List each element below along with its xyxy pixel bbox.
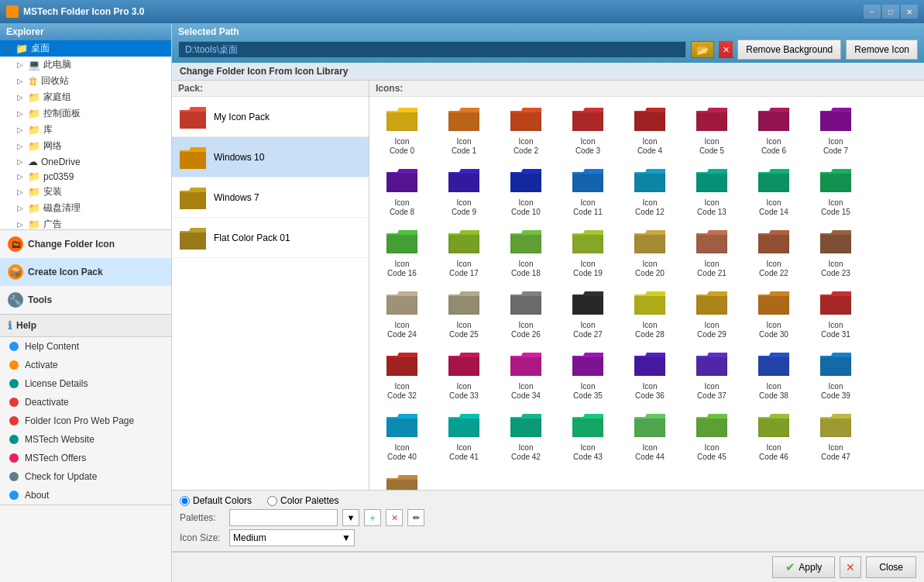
close-x-button[interactable]: ✕ bbox=[840, 556, 861, 578]
icon-item[interactable]: Icon Code 18 bbox=[495, 221, 557, 282]
icon-item[interactable]: Icon Code 43 bbox=[557, 405, 619, 466]
apply-button[interactable]: ✔ Apply bbox=[772, 556, 835, 578]
palettes-dropdown-btn[interactable]: ▼ bbox=[342, 509, 359, 526]
nav-create-icon-pack[interactable]: 📦 Create Icon Pack bbox=[0, 258, 171, 286]
pack-list[interactable]: Pack: My Icon Pack Windows 1 bbox=[172, 81, 369, 490]
help-item-content[interactable]: Help Content bbox=[0, 337, 171, 356]
help-item-activate[interactable]: Activate bbox=[0, 356, 171, 374]
icon-item[interactable]: Icon Code 14 bbox=[743, 160, 805, 221]
icon-item[interactable]: Icon Code 22 bbox=[743, 221, 805, 282]
pack-item-win7[interactable]: Windows 7 bbox=[172, 177, 369, 218]
icon-item[interactable]: Icon Code 1 bbox=[433, 98, 495, 160]
radio-color-palettes[interactable]: Color Palettes bbox=[267, 495, 338, 506]
icon-item[interactable]: Icon Code 29 bbox=[681, 282, 743, 343]
close-button[interactable]: ✕ bbox=[901, 5, 918, 19]
palettes-add-btn[interactable]: + bbox=[364, 509, 381, 526]
icon-item[interactable]: Icon Code 40 bbox=[371, 405, 433, 466]
icon-item[interactable]: Icon Code 48 bbox=[371, 466, 433, 490]
icon-item[interactable]: Icon Code 24 bbox=[371, 282, 433, 343]
icon-item[interactable]: Icon Code 20 bbox=[619, 221, 681, 282]
help-item-deactivate[interactable]: Deactivate bbox=[0, 393, 171, 412]
remove-x-button[interactable]: ✕ bbox=[719, 41, 733, 58]
icon-item[interactable]: Icon Code 5 bbox=[681, 98, 743, 160]
icon-item[interactable]: Icon Code 44 bbox=[619, 405, 681, 466]
icon-item[interactable]: Icon Code 32 bbox=[371, 343, 433, 405]
tree-item-library[interactable]: ▷ 📁 库 bbox=[12, 122, 171, 138]
help-item-update[interactable]: Check for Update bbox=[0, 467, 171, 486]
icon-item[interactable]: Icon Code 34 bbox=[495, 343, 557, 405]
icon-item[interactable]: Icon Code 11 bbox=[557, 160, 619, 221]
icon-item[interactable]: Icon Code 21 bbox=[681, 221, 743, 282]
tree-item-homegroup[interactable]: ▷ 📁 家庭组 bbox=[12, 89, 171, 105]
icon-item[interactable]: Icon Code 36 bbox=[619, 343, 681, 405]
radio-color-palettes-input[interactable] bbox=[267, 496, 277, 506]
icon-item[interactable]: Icon Code 45 bbox=[681, 405, 743, 466]
icon-item[interactable]: Icon Code 8 bbox=[371, 160, 433, 221]
icon-item[interactable]: Icon Code 28 bbox=[619, 282, 681, 343]
remove-icon-button[interactable]: Remove Icon bbox=[846, 40, 918, 60]
icon-item[interactable]: Icon Code 33 bbox=[433, 343, 495, 405]
icon-item[interactable]: Icon Code 19 bbox=[557, 221, 619, 282]
icon-item[interactable]: Icon Code 12 bbox=[619, 160, 681, 221]
icon-item[interactable]: Icon Code 0 bbox=[371, 98, 433, 160]
icon-item[interactable]: Icon Code 23 bbox=[805, 221, 867, 282]
tree-item-recycle[interactable]: ▷ 🗑 回收站 bbox=[12, 73, 171, 89]
nav-change-folder-icon[interactable]: 🗂 Change Folder Icon bbox=[0, 230, 171, 258]
tree-item-desktop[interactable]: ▼ 📁 桌面 bbox=[0, 40, 171, 57]
icon-item[interactable]: Icon Code 15 bbox=[805, 160, 867, 221]
tree-item-install[interactable]: ▷ 📁 安装 bbox=[12, 184, 171, 200]
icon-item[interactable]: Icon Code 30 bbox=[743, 282, 805, 343]
icon-item[interactable]: Icon Code 35 bbox=[557, 343, 619, 405]
tree-item-network[interactable]: ▷ 📁 网络 bbox=[12, 138, 171, 154]
icon-item[interactable]: Icon Code 37 bbox=[681, 343, 743, 405]
tree-item-pc0359[interactable]: ▷ 📁 pc0359 bbox=[12, 169, 171, 184]
icon-item[interactable]: Icon Code 26 bbox=[495, 282, 557, 343]
pack-item-win10[interactable]: Windows 10 bbox=[172, 137, 369, 177]
icon-item[interactable]: Icon Code 9 bbox=[433, 160, 495, 221]
tree-item-ads[interactable]: ▷ 📁 广告 bbox=[12, 216, 171, 230]
icon-item[interactable]: Icon Code 4 bbox=[619, 98, 681, 160]
icon-item[interactable]: Icon Code 13 bbox=[681, 160, 743, 221]
icon-size-select[interactable]: Medium ▼ bbox=[229, 529, 355, 546]
icon-item[interactable]: Icon Code 17 bbox=[433, 221, 495, 282]
icon-item[interactable]: Icon Code 41 bbox=[433, 405, 495, 466]
browse-button[interactable]: 📂 bbox=[691, 41, 714, 58]
help-item-mstech[interactable]: MSTech Website bbox=[0, 430, 171, 449]
tree-item-onedrive[interactable]: ▷ ☁ OneDrive bbox=[12, 154, 171, 169]
icon-item[interactable]: Icon Code 46 bbox=[743, 405, 805, 466]
tree-item-controlpanel[interactable]: ▷ 📁 控制面板 bbox=[12, 105, 171, 122]
icon-item[interactable]: Icon Code 2 bbox=[495, 98, 557, 160]
icon-item[interactable]: Icon Code 38 bbox=[743, 343, 805, 405]
help-item-license[interactable]: License Details bbox=[0, 374, 171, 393]
nav-tools[interactable]: 🔧 Tools bbox=[0, 286, 171, 314]
icon-item[interactable]: Icon Code 16 bbox=[371, 221, 433, 282]
help-item-offers[interactable]: MSTech Offers bbox=[0, 449, 171, 467]
icon-item[interactable]: Icon Code 47 bbox=[805, 405, 867, 466]
minimize-button[interactable]: − bbox=[864, 5, 881, 19]
icons-grid-container[interactable]: Icon Code 0 Icon Code 1 Icon Code 2 Icon… bbox=[369, 97, 924, 490]
path-display[interactable]: D:\tools\桌面 bbox=[178, 41, 686, 58]
help-item-webpage[interactable]: Folder Icon Pro Web Page bbox=[0, 412, 171, 430]
close-button[interactable]: Close bbox=[866, 556, 916, 578]
palettes-remove-btn[interactable]: ✕ bbox=[386, 509, 403, 526]
file-tree[interactable]: ▼ 📁 桌面 ▷ 💻 此电脑 ▷ 🗑 回收站 ▷ 📁 家庭组 bbox=[0, 40, 171, 230]
remove-bg-button[interactable]: Remove Background bbox=[737, 40, 841, 60]
icon-item[interactable]: Icon Code 3 bbox=[557, 98, 619, 160]
palettes-edit-btn[interactable]: ✏ bbox=[407, 509, 424, 526]
icon-item[interactable]: Icon Code 6 bbox=[743, 98, 805, 160]
restore-button[interactable]: □ bbox=[882, 5, 899, 19]
pack-item-flatcolor[interactable]: Flat Color Pack 01 bbox=[172, 218, 369, 258]
icon-item[interactable]: Icon Code 7 bbox=[805, 98, 867, 160]
icon-item[interactable]: Icon Code 42 bbox=[495, 405, 557, 466]
tree-item-diskclean[interactable]: ▷ 📁 磁盘清理 bbox=[12, 200, 171, 216]
help-item-about[interactable]: About bbox=[0, 486, 171, 505]
pack-item-mypack[interactable]: My Icon Pack bbox=[172, 97, 369, 137]
palettes-input[interactable] bbox=[229, 509, 338, 526]
icon-item[interactable]: Icon Code 27 bbox=[557, 282, 619, 343]
icon-item[interactable]: Icon Code 25 bbox=[433, 282, 495, 343]
radio-default-colors-input[interactable] bbox=[180, 496, 190, 506]
icon-item[interactable]: Icon Code 39 bbox=[805, 343, 867, 405]
tree-item-computer[interactable]: ▷ 💻 此电脑 bbox=[12, 57, 171, 73]
icon-item[interactable]: Icon Code 10 bbox=[495, 160, 557, 221]
icon-item[interactable]: Icon Code 31 bbox=[805, 282, 867, 343]
